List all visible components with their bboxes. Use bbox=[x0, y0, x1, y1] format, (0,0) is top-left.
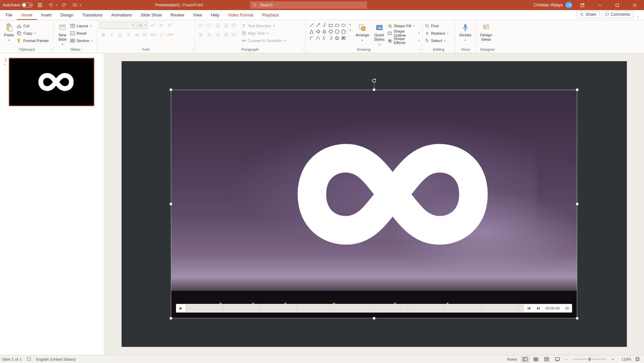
notes-button[interactable]: Notes bbox=[504, 357, 519, 361]
resize-handle-tm[interactable] bbox=[373, 88, 375, 91]
user-avatar[interactable]: CW bbox=[565, 2, 572, 8]
underline-icon[interactable]: U bbox=[117, 31, 124, 38]
quick-styles-button[interactable]: Abc Quick Styles▾ bbox=[372, 22, 386, 47]
paste-button[interactable]: Paste▾ bbox=[2, 22, 15, 42]
shape-curve-icon[interactable] bbox=[315, 35, 321, 41]
font-color-icon[interactable]: A▾ bbox=[167, 31, 174, 38]
tab-design[interactable]: Design bbox=[56, 11, 78, 20]
tab-home[interactable]: Home bbox=[17, 11, 37, 20]
shape-down-arrow-icon[interactable] bbox=[321, 29, 327, 34]
shape-action-icon[interactable] bbox=[340, 35, 346, 41]
tab-video-format[interactable]: Video Format bbox=[224, 11, 258, 20]
columns-icon[interactable]: ▾ bbox=[231, 31, 238, 38]
zoom-slider[interactable] bbox=[573, 359, 606, 360]
dictate-button[interactable]: Dictate▾ bbox=[458, 22, 473, 42]
tab-transitions[interactable]: Transitions bbox=[78, 11, 107, 20]
save-icon[interactable] bbox=[36, 1, 44, 9]
strikethrough-icon[interactable]: S bbox=[125, 31, 132, 38]
rotate-handle-icon[interactable] bbox=[371, 78, 377, 83]
zoom-in-icon[interactable]: + bbox=[610, 356, 616, 363]
slide-editor[interactable]: 00:00,00 bbox=[104, 53, 644, 355]
cut-button[interactable]: Cut bbox=[17, 22, 49, 29]
shape-fill-button[interactable]: Shape Fill▾ bbox=[387, 22, 420, 29]
justify-icon[interactable] bbox=[222, 31, 230, 38]
highlight-icon[interactable]: ▾ bbox=[158, 31, 166, 38]
shape-brace-right-icon[interactable] bbox=[328, 35, 333, 41]
shape-rounded-rectangle-icon[interactable] bbox=[334, 22, 340, 28]
user-name[interactable]: Christian Wijaya bbox=[534, 3, 563, 7]
start-from-beginning-icon[interactable] bbox=[71, 1, 79, 9]
text-shadow-icon[interactable]: ab bbox=[133, 31, 141, 38]
align-center-icon[interactable] bbox=[205, 31, 213, 38]
tab-help[interactable]: Help bbox=[206, 11, 224, 20]
tab-slide-show[interactable]: Slide Show bbox=[136, 11, 166, 20]
font-launcher-icon[interactable]: ▫ bbox=[192, 47, 193, 51]
shape-triangle-icon[interactable] bbox=[309, 29, 314, 34]
numbering-icon[interactable]: 123▾ bbox=[205, 22, 213, 29]
resize-handle-ml[interactable] bbox=[170, 203, 172, 205]
step-back-button[interactable] bbox=[524, 304, 533, 312]
shape-oval-icon[interactable] bbox=[340, 22, 346, 28]
slide-canvas[interactable]: 00:00,00 bbox=[122, 61, 627, 347]
tab-animations[interactable]: Animations bbox=[107, 11, 136, 20]
reset-button[interactable]: Reset bbox=[70, 30, 93, 37]
resize-handle-tr[interactable] bbox=[576, 88, 579, 91]
format-painter-button[interactable]: Format Painter bbox=[17, 37, 49, 44]
fit-to-window-icon[interactable] bbox=[633, 356, 642, 363]
copy-button[interactable]: Copy▾ bbox=[17, 30, 49, 37]
bullets-icon[interactable]: ▾ bbox=[197, 22, 204, 29]
shape-connector-icon[interactable] bbox=[321, 22, 327, 28]
gallery-more-icon[interactable]: ⋮ bbox=[348, 33, 353, 39]
maximize-icon[interactable] bbox=[610, 0, 625, 10]
shape-hexagon-icon[interactable] bbox=[334, 29, 340, 34]
shape-outline-button[interactable]: Shape Outline▾ bbox=[387, 30, 420, 37]
select-button[interactable]: Select▾ bbox=[425, 37, 449, 44]
increase-font-icon[interactable] bbox=[149, 22, 156, 29]
align-text-button[interactable]: Align Text▾ bbox=[241, 30, 285, 37]
bold-icon[interactable]: B bbox=[100, 31, 107, 38]
shape-line-arrow-icon[interactable] bbox=[315, 22, 321, 28]
shape-star-icon[interactable] bbox=[334, 35, 340, 41]
close-icon[interactable] bbox=[627, 0, 642, 10]
arrange-button[interactable]: Arrange▾ bbox=[354, 22, 371, 42]
minimize-icon[interactable] bbox=[592, 0, 607, 10]
play-button[interactable] bbox=[176, 304, 185, 312]
autosave-toggle[interactable]: AutoSave Off bbox=[3, 3, 33, 7]
shape-diamond-icon[interactable] bbox=[328, 29, 333, 34]
gallery-up-icon[interactable]: ▴ bbox=[348, 22, 353, 27]
shape-brace-left-icon[interactable] bbox=[321, 35, 327, 41]
search-input[interactable]: Search bbox=[250, 1, 367, 9]
slide-indicator[interactable]: Slide 1 of 1 bbox=[2, 357, 21, 361]
slideshow-view-icon[interactable] bbox=[553, 356, 562, 363]
resize-handle-bl[interactable] bbox=[170, 317, 172, 320]
layout-button[interactable]: Layout▾ bbox=[70, 22, 93, 29]
resize-handle-br[interactable] bbox=[576, 317, 579, 320]
ribbon-display-options-icon[interactable] bbox=[575, 0, 590, 10]
tab-view[interactable]: View bbox=[189, 11, 206, 20]
resize-handle-tl[interactable] bbox=[170, 88, 172, 91]
accessibility-icon[interactable] bbox=[27, 357, 31, 362]
normal-view-icon[interactable] bbox=[520, 356, 530, 363]
replace-button[interactable]: Replace▾ bbox=[425, 30, 449, 37]
clear-formatting-icon[interactable] bbox=[166, 22, 173, 29]
zoom-percent[interactable]: 119% bbox=[617, 357, 631, 361]
collapse-ribbon-icon[interactable]: ⌄ bbox=[635, 14, 641, 18]
redo-icon[interactable] bbox=[60, 1, 68, 9]
font-name-input[interactable]: ▾ bbox=[100, 22, 135, 29]
shapes-gallery[interactable] bbox=[308, 22, 347, 41]
increase-indent-icon[interactable] bbox=[222, 22, 230, 29]
shape-rectangle-icon[interactable] bbox=[328, 22, 333, 28]
line-spacing-icon[interactable]: ▾ bbox=[231, 22, 238, 29]
align-right-icon[interactable] bbox=[214, 31, 221, 38]
slide-sorter-view-icon[interactable] bbox=[531, 356, 541, 363]
slide-thumbnail-preview[interactable] bbox=[9, 58, 94, 106]
reading-view-icon[interactable] bbox=[542, 356, 551, 363]
text-direction-button[interactable]: Text Direction▾ bbox=[241, 22, 285, 29]
shape-effects-button[interactable]: Shape Effects▾ bbox=[387, 37, 420, 44]
comments-button[interactable]: Comments bbox=[602, 11, 634, 18]
tab-playback[interactable]: Playback bbox=[258, 11, 283, 20]
slide-thumbnail-pane[interactable]: 1 * bbox=[0, 53, 104, 355]
tab-review[interactable]: Review bbox=[166, 11, 189, 20]
italic-icon[interactable]: I bbox=[108, 31, 116, 38]
qat-customize-icon[interactable]: ▾ bbox=[80, 4, 81, 7]
